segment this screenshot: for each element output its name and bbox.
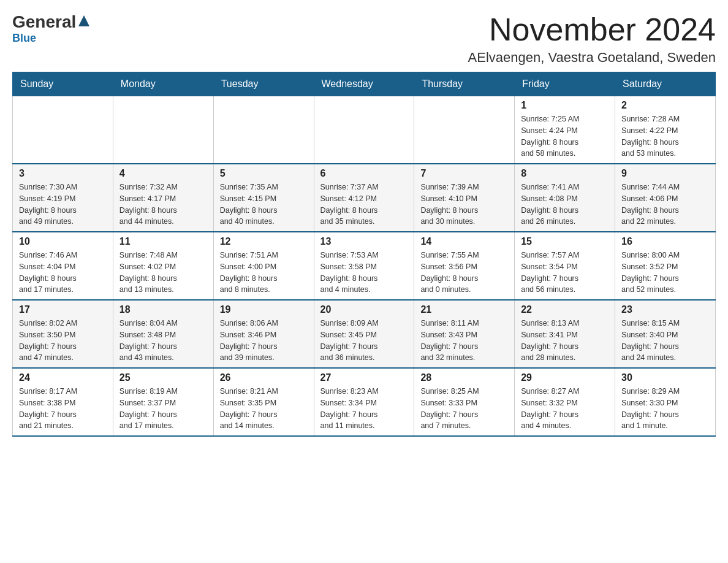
day-number: 25 — [119, 372, 207, 383]
day-info: Sunrise: 8:13 AMSunset: 3:41 PMDaylight:… — [521, 318, 609, 364]
calendar-cell: 6Sunrise: 7:37 AMSunset: 4:12 PMDaylight… — [314, 164, 414, 232]
day-number: 5 — [220, 168, 308, 179]
day-info: Sunrise: 8:21 AMSunset: 3:35 PMDaylight:… — [220, 386, 308, 432]
calendar-cell: 24Sunrise: 8:17 AMSunset: 3:38 PMDayligh… — [13, 368, 113, 436]
day-number: 27 — [320, 372, 408, 383]
calendar-cell: 26Sunrise: 8:21 AMSunset: 3:35 PMDayligh… — [213, 368, 314, 436]
day-info: Sunrise: 8:25 AMSunset: 3:33 PMDaylight:… — [420, 386, 508, 432]
calendar-cell: 18Sunrise: 8:04 AMSunset: 3:48 PMDayligh… — [113, 300, 213, 368]
calendar-cell: 29Sunrise: 8:27 AMSunset: 3:32 PMDayligh… — [515, 368, 615, 436]
day-number: 14 — [420, 236, 508, 247]
calendar-cell: 1Sunrise: 7:25 AMSunset: 4:24 PMDaylight… — [515, 96, 615, 164]
day-number: 4 — [119, 168, 207, 179]
day-number: 13 — [320, 236, 408, 247]
day-number: 30 — [621, 372, 709, 383]
calendar-cell: 19Sunrise: 8:06 AMSunset: 3:46 PMDayligh… — [213, 300, 314, 368]
title-block: November 2024 AElvaengen, Vaestra Goetal… — [468, 12, 716, 66]
day-info: Sunrise: 7:30 AMSunset: 4:19 PMDaylight:… — [19, 182, 107, 228]
day-info: Sunrise: 8:27 AMSunset: 3:32 PMDaylight:… — [521, 386, 609, 432]
day-info: Sunrise: 8:00 AMSunset: 3:52 PMDaylight:… — [621, 250, 709, 296]
day-number: 20 — [320, 304, 408, 315]
calendar-cell: 12Sunrise: 7:51 AMSunset: 4:00 PMDayligh… — [213, 232, 314, 300]
day-info: Sunrise: 7:41 AMSunset: 4:08 PMDaylight:… — [521, 182, 609, 228]
day-number: 11 — [119, 236, 207, 247]
calendar-cell: 27Sunrise: 8:23 AMSunset: 3:34 PMDayligh… — [314, 368, 414, 436]
day-info: Sunrise: 7:53 AMSunset: 3:58 PMDaylight:… — [320, 250, 408, 296]
calendar-week-row: 1Sunrise: 7:25 AMSunset: 4:24 PMDaylight… — [13, 96, 716, 164]
day-number: 29 — [521, 372, 609, 383]
day-info: Sunrise: 8:06 AMSunset: 3:46 PMDaylight:… — [220, 318, 308, 364]
calendar-cell: 21Sunrise: 8:11 AMSunset: 3:43 PMDayligh… — [414, 300, 515, 368]
day-number: 7 — [420, 168, 508, 179]
day-number: 10 — [19, 236, 107, 247]
day-info: Sunrise: 7:39 AMSunset: 4:10 PMDaylight:… — [420, 182, 508, 228]
day-info: Sunrise: 7:46 AMSunset: 4:04 PMDaylight:… — [19, 250, 107, 296]
column-header-monday: Monday — [113, 72, 213, 96]
day-number: 22 — [521, 304, 609, 315]
column-header-thursday: Thursday — [414, 72, 515, 96]
day-info: Sunrise: 7:25 AMSunset: 4:24 PMDaylight:… — [521, 113, 609, 159]
day-info: Sunrise: 8:23 AMSunset: 3:34 PMDaylight:… — [320, 386, 408, 432]
page-header: General Blue November 2024 AElvaengen, V… — [12, 12, 716, 66]
logo-triangle-icon — [77, 14, 91, 28]
day-number: 18 — [119, 304, 207, 315]
day-info: Sunrise: 7:44 AMSunset: 4:06 PMDaylight:… — [621, 182, 709, 228]
day-number: 24 — [19, 372, 107, 383]
calendar-cell: 30Sunrise: 8:29 AMSunset: 3:30 PMDayligh… — [615, 368, 716, 436]
day-info: Sunrise: 7:48 AMSunset: 4:02 PMDaylight:… — [119, 250, 207, 296]
calendar-cell: 28Sunrise: 8:25 AMSunset: 3:33 PMDayligh… — [414, 368, 515, 436]
logo-blue-text: Blue — [12, 32, 36, 45]
calendar-week-row: 3Sunrise: 7:30 AMSunset: 4:19 PMDaylight… — [13, 164, 716, 232]
day-number: 26 — [220, 372, 308, 383]
calendar-cell: 16Sunrise: 8:00 AMSunset: 3:52 PMDayligh… — [615, 232, 716, 300]
column-header-sunday: Sunday — [13, 72, 113, 96]
calendar-cell: 25Sunrise: 8:19 AMSunset: 3:37 PMDayligh… — [113, 368, 213, 436]
day-info: Sunrise: 7:51 AMSunset: 4:00 PMDaylight:… — [220, 250, 308, 296]
day-info: Sunrise: 7:55 AMSunset: 3:56 PMDaylight:… — [420, 250, 508, 296]
location-title: AElvaengen, Vaestra Goetaland, Sweden — [468, 50, 716, 66]
calendar-cell: 5Sunrise: 7:35 AMSunset: 4:15 PMDaylight… — [213, 164, 314, 232]
day-info: Sunrise: 7:57 AMSunset: 3:54 PMDaylight:… — [521, 250, 609, 296]
day-number: 23 — [621, 304, 709, 315]
day-info: Sunrise: 8:11 AMSunset: 3:43 PMDaylight:… — [420, 318, 508, 364]
day-number: 12 — [220, 236, 308, 247]
day-info: Sunrise: 8:04 AMSunset: 3:48 PMDaylight:… — [119, 318, 207, 364]
day-info: Sunrise: 8:29 AMSunset: 3:30 PMDaylight:… — [621, 386, 709, 432]
day-number: 15 — [521, 236, 609, 247]
day-number: 8 — [521, 168, 609, 179]
day-info: Sunrise: 7:37 AMSunset: 4:12 PMDaylight:… — [320, 182, 408, 228]
calendar-cell — [314, 96, 414, 164]
calendar-cell — [13, 96, 113, 164]
logo-general-text: General — [12, 12, 76, 32]
calendar-cell: 17Sunrise: 8:02 AMSunset: 3:50 PMDayligh… — [13, 300, 113, 368]
day-number: 1 — [521, 100, 609, 111]
calendar-week-row: 10Sunrise: 7:46 AMSunset: 4:04 PMDayligh… — [13, 232, 716, 300]
day-info: Sunrise: 7:28 AMSunset: 4:22 PMDaylight:… — [621, 113, 709, 159]
logo: General Blue — [12, 12, 92, 45]
day-number: 3 — [19, 168, 107, 179]
calendar-cell: 3Sunrise: 7:30 AMSunset: 4:19 PMDaylight… — [13, 164, 113, 232]
day-number: 17 — [19, 304, 107, 315]
column-header-friday: Friday — [515, 72, 615, 96]
month-title: November 2024 — [468, 12, 716, 47]
calendar-cell: 23Sunrise: 8:15 AMSunset: 3:40 PMDayligh… — [615, 300, 716, 368]
calendar-cell: 13Sunrise: 7:53 AMSunset: 3:58 PMDayligh… — [314, 232, 414, 300]
day-info: Sunrise: 8:02 AMSunset: 3:50 PMDaylight:… — [19, 318, 107, 364]
calendar-cell: 14Sunrise: 7:55 AMSunset: 3:56 PMDayligh… — [414, 232, 515, 300]
day-info: Sunrise: 7:35 AMSunset: 4:15 PMDaylight:… — [220, 182, 308, 228]
calendar-cell — [113, 96, 213, 164]
calendar-cell: 15Sunrise: 7:57 AMSunset: 3:54 PMDayligh… — [515, 232, 615, 300]
calendar-cell — [414, 96, 515, 164]
day-info: Sunrise: 8:17 AMSunset: 3:38 PMDaylight:… — [19, 386, 107, 432]
calendar-cell: 11Sunrise: 7:48 AMSunset: 4:02 PMDayligh… — [113, 232, 213, 300]
svg-marker-0 — [78, 15, 89, 26]
calendar-week-row: 17Sunrise: 8:02 AMSunset: 3:50 PMDayligh… — [13, 300, 716, 368]
calendar-cell: 8Sunrise: 7:41 AMSunset: 4:08 PMDaylight… — [515, 164, 615, 232]
calendar-table: SundayMondayTuesdayWednesdayThursdayFrid… — [12, 72, 716, 437]
day-info: Sunrise: 8:09 AMSunset: 3:45 PMDaylight:… — [320, 318, 408, 364]
day-info: Sunrise: 8:15 AMSunset: 3:40 PMDaylight:… — [621, 318, 709, 364]
calendar-week-row: 24Sunrise: 8:17 AMSunset: 3:38 PMDayligh… — [13, 368, 716, 436]
calendar-cell: 9Sunrise: 7:44 AMSunset: 4:06 PMDaylight… — [615, 164, 716, 232]
column-header-wednesday: Wednesday — [314, 72, 414, 96]
calendar-cell — [213, 96, 314, 164]
